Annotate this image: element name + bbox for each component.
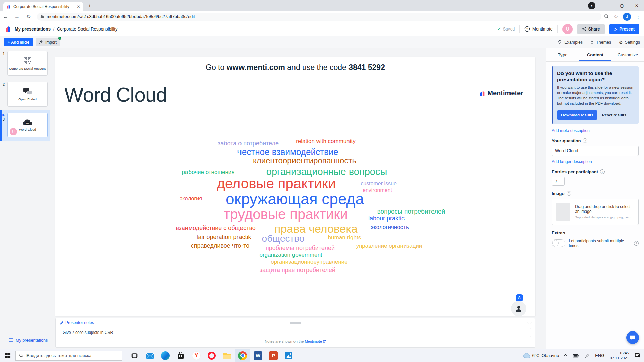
taskbar-search-box[interactable]: Введите здесь текст для поиска [15, 351, 122, 361]
weather-widget[interactable]: 6°C Облачно [523, 353, 559, 358]
entries-input[interactable] [552, 177, 565, 186]
action-center-button[interactable] [634, 353, 640, 358]
pencil-icon [60, 321, 63, 325]
windows-logo-icon [5, 353, 11, 358]
breadcrumb-current: Corporate Social Responsibility [57, 26, 118, 32]
back-icon[interactable]: ← [0, 14, 11, 20]
battery-indicator[interactable] [573, 354, 579, 358]
support-chat-button[interactable] [626, 331, 639, 344]
slide-thumbnail[interactable]: Open Ended [7, 82, 48, 107]
tab-close-icon[interactable]: ✕ [77, 4, 80, 9]
slide-gutter: ▶3 [0, 113, 7, 137]
reset-results-button[interactable]: Reset results [602, 113, 626, 117]
toggle-label-text: Let participants submit multiple times [569, 239, 632, 248]
browser-profile-avatar[interactable]: J [623, 13, 631, 21]
slide-gutter: 2 [0, 82, 7, 107]
participants-count-badge: 8 [516, 294, 523, 301]
urlbar-actions: ☆ J ⋮ [604, 13, 641, 21]
add-meta-description-link[interactable]: Add meta description [552, 128, 639, 133]
search-icon [19, 353, 24, 358]
forward-icon[interactable]: → [11, 14, 23, 20]
help-icon[interactable]: ? [583, 138, 587, 143]
mail-app-icon[interactable] [142, 349, 158, 362]
powerpoint-app-icon[interactable]: P [266, 349, 281, 362]
add-slide-button[interactable]: + Add slide [4, 38, 33, 46]
word-icon: W [254, 351, 262, 360]
maximize-button[interactable]: ▢ [614, 3, 629, 8]
wordcloud-word: fair operation practik [196, 234, 251, 240]
new-tab-button[interactable]: + [88, 3, 91, 9]
start-button[interactable] [0, 353, 15, 358]
settings-button[interactable]: ⚙ Settings [619, 40, 640, 45]
edge-app-icon[interactable] [158, 349, 173, 362]
word-cloud-icon: ABC [22, 119, 33, 126]
show-hidden-icons-chevron[interactable] [564, 354, 567, 358]
share-button[interactable]: Share [577, 24, 605, 34]
question-circle-icon: ? [524, 26, 530, 32]
slide-row[interactable]: 2Open Ended [0, 79, 50, 110]
slide-row[interactable]: ▶3ABCWord CloudU [0, 110, 50, 141]
help-icon[interactable]: ? [600, 169, 605, 174]
word-app-icon[interactable]: W [250, 349, 266, 362]
reload-icon[interactable]: ↻ [23, 13, 34, 20]
chrome-app-icon[interactable] [235, 349, 250, 362]
mentimote-button[interactable]: ? Mentimote [524, 26, 553, 32]
help-icon[interactable]: ? [634, 241, 639, 246]
examples-button[interactable]: Examples [558, 40, 583, 45]
wordcloud-word: организационноеуправление [271, 259, 347, 265]
windows-ink-indicator[interactable] [585, 353, 590, 358]
search-placeholder: Введите здесь текст для поиска [26, 353, 91, 358]
help-icon[interactable]: ? [567, 191, 571, 196]
user-avatar[interactable]: U [562, 24, 573, 34]
add-longer-description-link[interactable]: Add longer description [552, 159, 639, 164]
notes-drag-handle[interactable] [290, 322, 301, 324]
breadcrumb-my-presentations[interactable]: My presentations [15, 26, 51, 32]
tab-type[interactable]: Type [546, 48, 579, 61]
slide-thumbnail[interactable]: Corporate Social Respons... [7, 51, 48, 76]
store-app-icon[interactable] [173, 349, 189, 362]
yandex-app-icon[interactable]: Y [189, 349, 204, 362]
present-button[interactable]: ▷ Present [609, 24, 639, 34]
tab-customize[interactable]: Customize [611, 48, 644, 61]
multiple-submissions-toggle[interactable] [552, 239, 565, 247]
slide-thumbnail[interactable]: ABCWord CloudU [7, 113, 48, 137]
presenter-notes-toggle[interactable]: Presenter notes [60, 320, 94, 325]
omnibox[interactable]: mentimeter.com/s/c1c3db5ab16500afe952bbd… [37, 13, 601, 21]
action-center-icon [634, 353, 640, 358]
new-badge-dot [58, 37, 61, 40]
file-explorer-icon[interactable] [219, 349, 235, 362]
browser-update-icon[interactable]: ▼ [588, 2, 595, 9]
browser-menu-icon[interactable]: ⋮ [636, 14, 641, 20]
slide-label: Corporate Social Respons... [9, 67, 46, 70]
minimize-button[interactable]: — [600, 3, 614, 8]
language-indicator[interactable]: ENG [595, 353, 604, 358]
presenter-notes-input[interactable] [60, 328, 531, 337]
question-input[interactable] [552, 146, 639, 156]
my-presentations-link[interactable]: My presentations [9, 338, 48, 343]
window-controls: — ▢ ✕ [600, 0, 644, 11]
slide-row[interactable]: 1Corporate Social Respons... [0, 48, 50, 79]
wordcloud-word: organization government [259, 252, 322, 258]
reuse-presentation-box: Do you want to use the presentation agai… [552, 66, 639, 124]
chrome-icon [238, 351, 247, 360]
zoom-icon[interactable] [604, 14, 609, 19]
participants-avatar [511, 301, 526, 316]
photos-app-icon[interactable] [281, 349, 297, 362]
chevron-down-icon[interactable] [527, 320, 532, 324]
import-button[interactable]: Import [36, 38, 60, 46]
clock[interactable]: 16:45 07.11.2021 [610, 351, 629, 360]
tab-title: Corporate Social Responsibility - [13, 4, 74, 9]
image-dropzone[interactable]: Drag and drop or click to select an imag… [552, 199, 639, 225]
opera-app-icon[interactable] [204, 349, 219, 362]
close-button[interactable]: ✕ [629, 3, 644, 8]
themes-button[interactable]: Themes [590, 40, 611, 45]
task-view-button[interactable] [127, 349, 142, 362]
browser-tab[interactable]: Corporate Social Responsibility - ✕ [3, 2, 83, 11]
wordcloud-word: human rights [328, 235, 361, 240]
participants-indicator[interactable]: 8 [509, 294, 532, 317]
mentimote-link[interactable]: Mentimote [305, 339, 322, 343]
download-results-button[interactable]: Download results [557, 110, 597, 120]
bookmark-star-icon[interactable]: ☆ [614, 14, 618, 20]
tab-content[interactable]: Content [579, 48, 611, 61]
wordcloud-word: управление организации [356, 243, 422, 249]
